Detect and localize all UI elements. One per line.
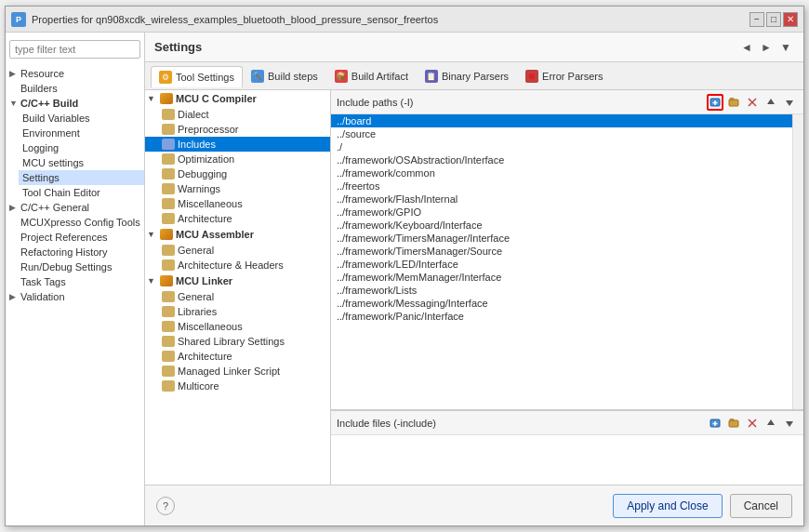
nav-item-logging[interactable]: Logging xyxy=(19,140,144,155)
include-path-item[interactable]: ../framework/TimersManager/Source xyxy=(331,245,792,258)
compiler-child-preprocessor[interactable]: Preprocessor xyxy=(145,122,330,137)
section-mcu-c-compiler[interactable]: ▼ MCU C Compiler xyxy=(145,90,330,107)
nav-forward-button[interactable]: ► xyxy=(758,39,775,56)
nav-item-resource[interactable]: ▶ Resource xyxy=(6,66,144,81)
tab-tool-settings[interactable]: ⚙ Tool Settings xyxy=(151,66,243,87)
child-icon xyxy=(162,124,175,135)
linker-child-misc[interactable]: Miscellaneous xyxy=(145,319,330,334)
linker-child-general[interactable]: General xyxy=(145,289,330,304)
include-files-header: Include files (-include) xyxy=(331,411,803,435)
nav-item-mcu-settings[interactable]: MCU settings xyxy=(19,155,144,170)
include-path-item[interactable]: ../framework/TimersManager/Interface xyxy=(331,232,792,245)
include-path-item[interactable]: ../framework/common xyxy=(331,166,792,180)
svg-rect-12 xyxy=(729,420,738,427)
section-mcu-assembler[interactable]: ▼ MCU Assembler xyxy=(145,226,330,243)
nav-item-run-debug[interactable]: Run/Debug Settings xyxy=(6,259,144,274)
cancel-button[interactable]: Cancel xyxy=(730,494,792,518)
nav-tree: ▶ Resource Builders ▼ C/C++ Build Build … xyxy=(6,66,144,525)
content-area: Include paths (-I) xyxy=(331,90,803,485)
linker-child-shared-lib[interactable]: Shared Library Settings xyxy=(145,334,330,349)
help-button[interactable]: ? xyxy=(156,497,175,515)
right-settings-panel: Settings ◄ ► ▼ ⚙ Tool Settings 🔨 Build s… xyxy=(145,33,803,525)
add-workspace-file-button[interactable] xyxy=(725,415,742,432)
close-button[interactable]: ✕ xyxy=(783,12,798,27)
delete-icon xyxy=(747,97,758,108)
tool-settings-icon: ⚙ xyxy=(159,71,172,84)
maximize-button[interactable]: □ xyxy=(766,12,781,27)
add-workspace-path-button[interactable] xyxy=(725,94,742,111)
apply-close-button[interactable]: Apply and Close xyxy=(613,494,722,518)
include-path-item[interactable]: ../freertos xyxy=(331,180,792,193)
nav-menu-button[interactable]: ▼ xyxy=(777,39,794,56)
linker-child-libraries[interactable]: Libraries xyxy=(145,304,330,319)
nav-item-mcuxpresso[interactable]: MCUXpresso Config Tools xyxy=(6,215,144,230)
nav-item-refactoring[interactable]: Refactoring History xyxy=(6,245,144,259)
bottom-bar: ? Apply and Close Cancel xyxy=(145,485,803,525)
assembler-child-general[interactable]: General xyxy=(145,243,330,258)
settings-header: Settings ◄ ► ▼ xyxy=(145,33,803,62)
filter-input[interactable] xyxy=(9,40,140,59)
compiler-child-includes[interactable]: Includes xyxy=(145,137,330,152)
tabs-bar: ⚙ Tool Settings 🔨 Build steps 📦 Build Ar… xyxy=(145,62,803,90)
binary-parsers-icon: 📋 xyxy=(425,70,438,83)
compiler-child-dialect[interactable]: Dialect xyxy=(145,107,330,122)
add-include-file-button[interactable] xyxy=(707,415,723,432)
move-down-button[interactable] xyxy=(781,94,798,111)
compiler-child-warnings[interactable]: Warnings xyxy=(145,181,330,196)
include-path-item[interactable]: ../framework/GPIO xyxy=(331,206,792,219)
move-up-file-button[interactable] xyxy=(763,415,779,432)
include-path-item[interactable]: ../framework/Keyboard/Interface xyxy=(331,219,792,232)
assembler-child-arch-headers[interactable]: Architecture & Headers xyxy=(145,258,330,273)
include-path-item[interactable]: ../framework/Lists xyxy=(331,284,792,297)
nav-item-builders[interactable]: Builders xyxy=(6,81,144,96)
tab-binary-parsers[interactable]: 📋 Binary Parsers xyxy=(417,65,517,86)
workspace-icon xyxy=(728,97,739,108)
tab-build-artifact[interactable]: 📦 Build Artifact xyxy=(326,65,417,86)
include-path-item[interactable]: ../framework/Panic/Interface xyxy=(331,310,792,323)
child-icon xyxy=(162,139,175,150)
compiler-child-architecture[interactable]: Architecture xyxy=(145,211,330,226)
include-path-item[interactable]: ../framework/LED/Interface xyxy=(331,258,792,271)
add-include-path-button[interactable] xyxy=(707,94,723,111)
linker-child-multicore[interactable]: Multicore xyxy=(145,379,330,393)
include-path-item[interactable]: ../framework/OSAbstraction/Interface xyxy=(331,153,792,166)
mcu-linker-children: General Libraries Miscellaneous Sha xyxy=(145,289,330,393)
linker-child-arch[interactable]: Architecture xyxy=(145,349,330,364)
add-file-icon xyxy=(710,418,721,429)
nav-item-cpp-build[interactable]: ▼ C/C++ Build xyxy=(6,96,144,111)
include-path-item[interactable]: ../framework/Messaging/Interface xyxy=(331,297,792,310)
tab-error-parsers[interactable]: ⊗ Error Parsers xyxy=(517,65,611,86)
compiler-child-optimization[interactable]: Optimization xyxy=(145,152,330,166)
nav-item-build-vars[interactable]: Build Variables xyxy=(19,111,144,126)
tab-build-steps[interactable]: 🔨 Build steps xyxy=(243,65,326,86)
window-title: Properties for qn908xcdk_wireless_exampl… xyxy=(32,14,749,25)
linker-child-managed[interactable]: Managed Linker Script xyxy=(145,364,330,379)
include-paths-scrollbar[interactable] xyxy=(792,114,803,409)
move-up-button[interactable] xyxy=(763,94,779,111)
delete-include-file-button[interactable] xyxy=(744,415,761,432)
nav-item-task-tags[interactable]: Task Tags xyxy=(6,274,144,289)
section-mcu-linker[interactable]: ▼ MCU Linker xyxy=(145,273,330,289)
nav-item-validation[interactable]: ▶ Validation xyxy=(6,289,144,304)
include-path-item[interactable]: ../source xyxy=(331,127,792,140)
include-path-item[interactable]: ./ xyxy=(331,140,792,153)
minimize-button[interactable]: − xyxy=(749,12,764,27)
nav-item-project-refs[interactable]: Project References xyxy=(6,230,144,245)
compiler-child-miscellaneous[interactable]: Miscellaneous xyxy=(145,196,330,211)
svg-marker-17 xyxy=(786,421,793,427)
nav-item-cpp-general[interactable]: ▶ C/C++ General xyxy=(6,200,144,215)
move-down-file-button[interactable] xyxy=(781,415,798,432)
nav-item-settings[interactable]: Settings xyxy=(19,170,144,185)
include-path-item[interactable]: ../board xyxy=(331,114,792,127)
nav-item-environment[interactable]: Environment xyxy=(19,126,144,140)
mcu-c-children: Dialect Preprocessor Includes Optim xyxy=(145,107,330,226)
build-artifact-icon: 📦 xyxy=(335,70,348,83)
delete-include-path-button[interactable] xyxy=(744,94,761,111)
include-path-item[interactable]: ../framework/MemManager/Interface xyxy=(331,271,792,284)
include-paths-section: Include paths (-I) xyxy=(331,90,803,410)
include-path-item[interactable]: ../framework/Flash/Internal xyxy=(331,193,792,206)
compiler-child-debugging[interactable]: Debugging xyxy=(145,166,330,181)
nav-back-button[interactable]: ◄ xyxy=(738,39,755,56)
nav-item-toolchain-editor[interactable]: Tool Chain Editor xyxy=(19,185,144,200)
expand-icon: ▶ xyxy=(9,69,20,78)
